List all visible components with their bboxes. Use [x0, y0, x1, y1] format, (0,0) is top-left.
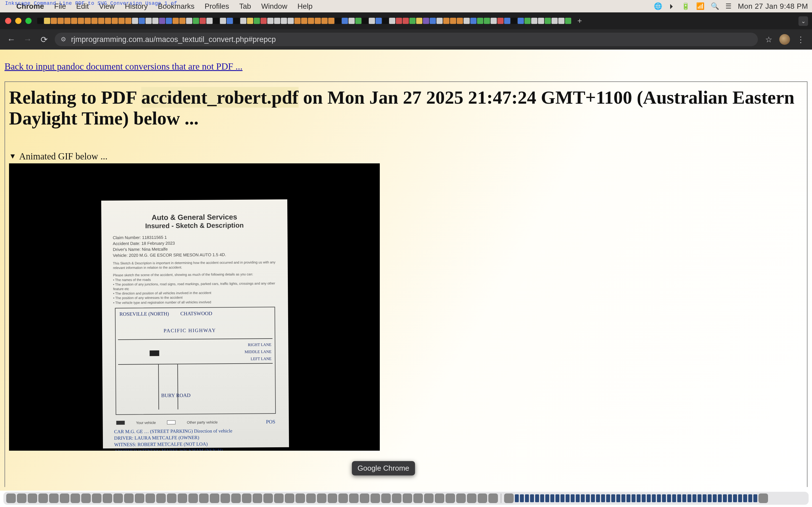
- dock-app[interactable]: [92, 494, 101, 503]
- dock-app[interactable]: [285, 494, 294, 503]
- tab-favicon[interactable]: [382, 18, 389, 24]
- dock-app[interactable]: [124, 494, 134, 503]
- tab-favicon[interactable]: [430, 18, 436, 24]
- dock-minimized-window[interactable]: [540, 494, 544, 502]
- tab-favicon[interactable]: [267, 18, 273, 24]
- dock-minimized-window[interactable]: [688, 494, 691, 502]
- dock-minimized-window[interactable]: [616, 494, 620, 502]
- tab-favicon[interactable]: [558, 18, 564, 24]
- forward-button[interactable]: →: [22, 34, 33, 45]
- menu-tab[interactable]: Tab: [234, 2, 256, 11]
- tab-favicon[interactable]: [98, 18, 104, 24]
- tab-favicon[interactable]: [342, 18, 348, 24]
- dock-minimized-window[interactable]: [626, 494, 630, 502]
- dock-minimized-window[interactable]: [520, 494, 524, 502]
- tab-favicon[interactable]: [159, 18, 165, 24]
- dock-minimized-window[interactable]: [530, 494, 534, 502]
- tab-favicon[interactable]: [362, 18, 368, 24]
- dock-app[interactable]: [253, 494, 262, 503]
- tab-favicon[interactable]: [294, 18, 301, 24]
- dock-minimized-window[interactable]: [708, 494, 712, 502]
- tab-favicon[interactable]: [552, 18, 558, 24]
- dock-minimized-window[interactable]: [672, 494, 676, 502]
- tab-favicon[interactable]: [213, 18, 219, 24]
- tab-favicon[interactable]: [260, 18, 267, 24]
- tab-favicon[interactable]: [240, 18, 246, 24]
- dock-app-mail[interactable]: [49, 494, 59, 503]
- tab-favicon[interactable]: [281, 18, 287, 24]
- dock-app[interactable]: [188, 494, 198, 503]
- tab-favicon[interactable]: [369, 18, 375, 24]
- dock-app[interactable]: [70, 494, 80, 503]
- dock-app[interactable]: [467, 494, 476, 503]
- dock-minimized-window[interactable]: [698, 494, 702, 502]
- tab-favicon[interactable]: [308, 18, 314, 24]
- tab-favicon[interactable]: [193, 18, 199, 24]
- dock-app[interactable]: [349, 494, 359, 503]
- tab-favicon[interactable]: [44, 18, 50, 24]
- menu-edit[interactable]: Edit: [71, 2, 94, 11]
- dock-minimized-window[interactable]: [728, 494, 732, 502]
- tab-favicon[interactable]: [450, 18, 456, 24]
- dock-minimized-window[interactable]: [586, 494, 590, 502]
- dock-minimized-window[interactable]: [560, 494, 564, 502]
- dock-app-notes[interactable]: [28, 494, 37, 503]
- dock-minimized-window[interactable]: [621, 494, 625, 502]
- tab-favicon[interactable]: [423, 18, 429, 24]
- tab-favicon[interactable]: [531, 18, 538, 24]
- menu-extra-control-center-icon[interactable]: ☰: [725, 2, 732, 10]
- tab-favicon[interactable]: [477, 18, 483, 24]
- tab-favicon[interactable]: [328, 18, 335, 24]
- tab-favicon[interactable]: [179, 18, 186, 24]
- tab-favicon[interactable]: [491, 18, 497, 24]
- dock-minimized-window[interactable]: [713, 494, 717, 502]
- dock-minimized-window[interactable]: [591, 494, 595, 502]
- dock-minimized-window[interactable]: [606, 494, 610, 502]
- dock-app[interactable]: [296, 494, 305, 503]
- tab-favicon[interactable]: [403, 18, 409, 24]
- tab-favicon[interactable]: [118, 18, 124, 24]
- menubar-clock[interactable]: Mon 27 Jan 9:48 PM: [738, 2, 808, 11]
- dock-app-chrome[interactable]: [338, 494, 348, 503]
- dock-app-appstore[interactable]: [167, 494, 176, 503]
- dock-minimized-window[interactable]: [545, 494, 549, 502]
- tab-favicon[interactable]: [64, 18, 70, 24]
- dock-minimized-window[interactable]: [515, 494, 519, 502]
- dock-minimized-window[interactable]: [703, 494, 707, 502]
- tab-favicon[interactable]: [57, 18, 64, 24]
- tab-favicon[interactable]: [484, 18, 490, 24]
- tab-favicon[interactable]: [457, 18, 463, 24]
- dock-minimized-window[interactable]: [693, 494, 696, 502]
- tab-favicon[interactable]: [234, 18, 240, 24]
- dock-minimized-window[interactable]: [743, 494, 747, 502]
- chrome-menu-icon[interactable]: ⋮: [795, 34, 806, 45]
- dock-minimized-window[interactable]: [576, 494, 580, 502]
- dock-minimized-window[interactable]: [642, 494, 646, 502]
- menu-extra-wifi-icon[interactable]: 📶: [696, 2, 705, 10]
- dock-app-terminal[interactable]: [317, 494, 326, 503]
- menu-bookmarks[interactable]: Bookmarks: [153, 2, 200, 11]
- menu-help[interactable]: Help: [292, 2, 317, 11]
- dock-minimized-window[interactable]: [566, 494, 569, 502]
- tab-favicon[interactable]: [85, 18, 91, 24]
- dock-minimized-window[interactable]: [637, 494, 641, 502]
- tab-favicon[interactable]: [545, 18, 551, 24]
- tab-favicon[interactable]: [152, 18, 158, 24]
- tab-favicon[interactable]: [227, 18, 233, 24]
- menu-view[interactable]: View: [94, 2, 120, 11]
- dock-minimized-window[interactable]: [657, 494, 661, 502]
- dock-minimized-window[interactable]: [596, 494, 600, 502]
- tab-favicon[interactable]: [355, 18, 361, 24]
- dock-minimized-window[interactable]: [667, 494, 671, 502]
- dock-app[interactable]: [370, 494, 380, 503]
- tab-favicon[interactable]: [132, 18, 138, 24]
- dock-app[interactable]: [403, 494, 412, 503]
- tab-favicon[interactable]: [301, 18, 307, 24]
- tab-favicon[interactable]: [112, 18, 118, 24]
- bookmark-star-icon[interactable]: ☆: [763, 34, 774, 45]
- tab-favicon[interactable]: [504, 18, 510, 24]
- dock-app-podcasts[interactable]: [263, 494, 273, 503]
- dock-minimized-window[interactable]: [718, 494, 722, 502]
- dock-minimized-window[interactable]: [748, 494, 752, 502]
- tab-favicon[interactable]: [396, 18, 402, 24]
